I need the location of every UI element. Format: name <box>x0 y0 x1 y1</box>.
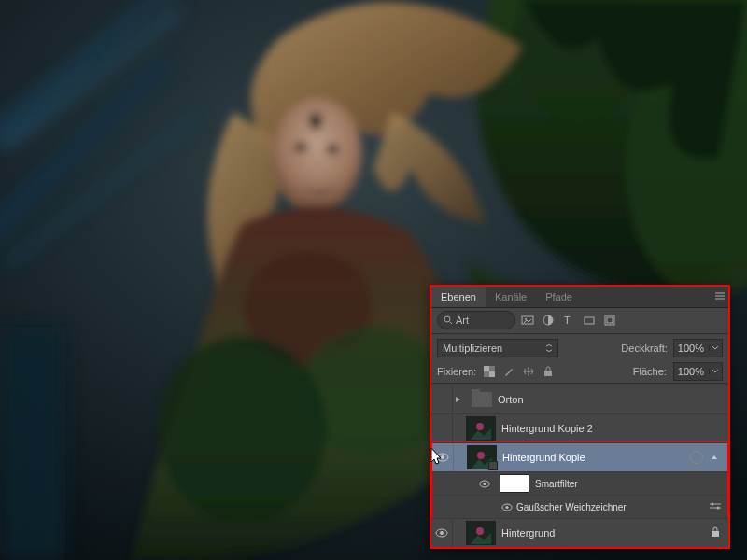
lock-position-icon[interactable] <box>522 365 535 378</box>
filter-smart-icon[interactable] <box>601 312 618 329</box>
visibility-toggle[interactable] <box>498 496 516 518</box>
folder-icon <box>472 392 492 407</box>
svg-rect-16 <box>522 316 533 324</box>
filter-shape-icon[interactable] <box>581 312 598 329</box>
visibility-toggle[interactable] <box>431 519 453 547</box>
filter-mask-thumbnail[interactable] <box>500 474 529 493</box>
fill-label: Fläche: <box>633 366 667 377</box>
tab-channels[interactable]: Kanäle <box>486 287 536 307</box>
svg-point-28 <box>476 423 484 430</box>
layer-kind-label: Art <box>456 315 469 326</box>
svg-rect-22 <box>607 317 613 323</box>
lock-fill-row: Fixieren: Fläche: 100% <box>431 361 728 382</box>
fill-value: 100% <box>678 366 704 377</box>
layer-name[interactable]: Hintergrund Kopie <box>502 452 690 463</box>
layer-thumbnail[interactable] <box>467 445 497 469</box>
smart-object-icon <box>690 451 703 464</box>
svg-rect-25 <box>489 371 495 377</box>
svg-point-40 <box>440 531 444 535</box>
svg-point-30 <box>441 455 444 459</box>
layer-name[interactable]: Hintergrund <box>501 527 708 539</box>
layer-name[interactable]: Hintergrund Kopie 2 <box>501 423 725 434</box>
opacity-value: 100% <box>678 343 704 354</box>
fill-input[interactable]: 100% <box>673 362 723 381</box>
opacity-label: Deckkraft: <box>621 343 668 354</box>
group-twirl-icon[interactable] <box>455 396 464 403</box>
visibility-toggle[interactable] <box>431 385 453 413</box>
svg-point-42 <box>476 527 484 535</box>
opacity-input[interactable]: 100% <box>673 339 723 357</box>
lock-label: Fixieren: <box>437 366 476 377</box>
tab-paths[interactable]: Pfade <box>536 287 582 307</box>
lock-transparency-icon[interactable] <box>483 365 496 378</box>
svg-point-34 <box>483 482 486 484</box>
filter-blending-options-icon[interactable] <box>709 501 722 512</box>
layer-filter-bar: Art T <box>431 308 728 332</box>
layer-list: Orton Hintergrund Kopie 2 Hintergrund Ko… <box>431 385 728 547</box>
layers-panel: Ebenen Kanäle Pfade Art T Multiplizieren… <box>430 285 730 549</box>
expand-up-icon[interactable] <box>707 452 722 463</box>
visibility-toggle[interactable] <box>475 472 494 495</box>
svg-rect-43 <box>712 531 719 537</box>
layer-thumbnail[interactable] <box>466 416 496 441</box>
filter-adjustment-icon[interactable] <box>540 312 557 329</box>
smart-filters-row[interactable]: Smartfilter <box>432 471 727 495</box>
layer-kind-filter[interactable]: Art <box>437 311 515 329</box>
svg-point-37 <box>712 503 714 506</box>
svg-point-32 <box>477 452 485 459</box>
svg-point-38 <box>717 507 720 510</box>
filter-gaussian-blur[interactable]: Gaußscher Weichzeichner <box>432 495 727 518</box>
smart-filters-label: Smartfilter <box>535 479 727 489</box>
svg-rect-20 <box>585 317 594 324</box>
svg-point-36 <box>505 505 508 508</box>
visibility-toggle[interactable] <box>431 414 453 442</box>
lock-icon[interactable] <box>708 526 723 539</box>
blend-opacity-row: Multiplizieren Deckkraft: 100% <box>431 335 728 361</box>
blend-mode-select[interactable]: Multiplizieren <box>437 339 558 357</box>
panel-menu-icon[interactable] <box>712 291 728 302</box>
layer-background[interactable]: Hintergrund <box>431 518 728 547</box>
layer-thumbnail[interactable] <box>466 521 496 545</box>
panel-tabs: Ebenen Kanäle Pfade <box>431 287 728 308</box>
svg-text:T: T <box>564 315 571 326</box>
layer-bg-copy[interactable]: Hintergrund Kopie <box>432 442 727 471</box>
lock-pixels-icon[interactable] <box>502 365 515 378</box>
svg-rect-24 <box>484 366 489 371</box>
svg-rect-26 <box>544 371 552 376</box>
layer-bg-copy-2[interactable]: Hintergrund Kopie 2 <box>431 413 728 442</box>
filter-type-icon[interactable]: T <box>560 312 577 329</box>
layer-name[interactable]: Orton <box>498 394 725 405</box>
layer-group-orton[interactable]: Orton <box>431 385 728 413</box>
tab-layers[interactable]: Ebenen <box>431 287 486 307</box>
lock-all-icon[interactable] <box>542 365 555 378</box>
svg-point-15 <box>444 316 450 322</box>
selected-layer-group: Hintergrund Kopie Smartfilter Gaußscher … <box>431 441 728 519</box>
visibility-toggle[interactable] <box>432 443 454 471</box>
filter-name[interactable]: Gaußscher Weichzeichner <box>516 502 709 512</box>
filter-pixel-icon[interactable] <box>519 312 536 329</box>
blend-mode-value: Multiplizieren <box>443 343 502 354</box>
